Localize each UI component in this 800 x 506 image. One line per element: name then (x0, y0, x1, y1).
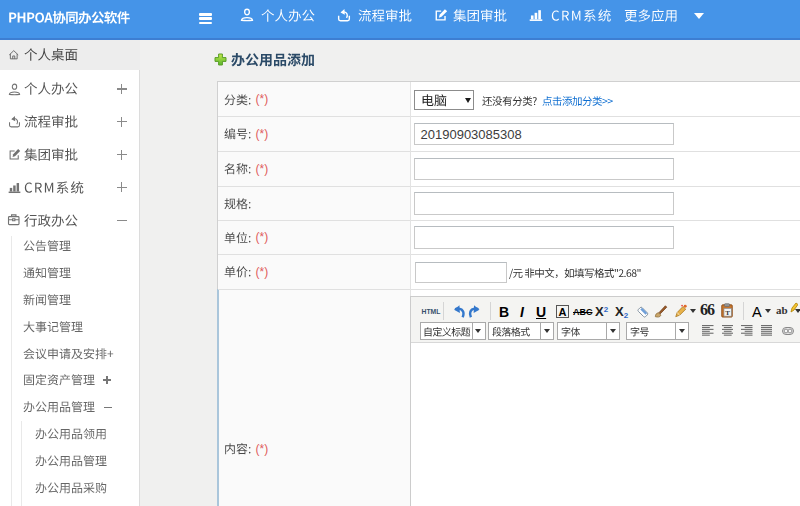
svg-text:T: T (725, 309, 730, 317)
